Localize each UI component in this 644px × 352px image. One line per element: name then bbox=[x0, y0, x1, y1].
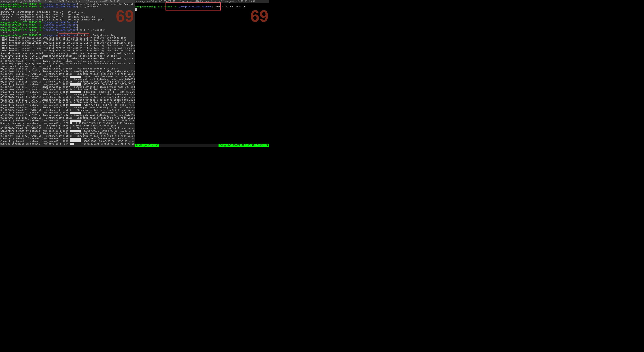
terminal-output-left[interactable]: wangguisen@zkgy-SYS-7048GR-TR:~/projects… bbox=[0, 3, 134, 145]
prompt-user: wangguisen@zkgy-SYS-7048GR-TR bbox=[135, 5, 176, 8]
status-right: "zkgy-SYS-7048GR-TR" 15:41 10-5月 -24 bbox=[218, 144, 269, 147]
status-host: "zkgy-SYS-7048GR-TR" bbox=[220, 144, 246, 146]
close-icon[interactable]: × bbox=[1, 0, 2, 2]
terminal-output-right[interactable]: wangguisen@zkgy-SYS-7048GR-TR:~/projects… bbox=[135, 3, 269, 13]
tab-bar-left: × wangguisen@zkgy-SYS-7048GR-TR: ~/proje… bbox=[0, 0, 134, 3]
status-time: 15:41 10-5月 -24 bbox=[248, 144, 268, 146]
terminal-pane-left[interactable]: × wangguisen@zkgy-SYS-7048GR-TR: ~/proje… bbox=[0, 0, 135, 147]
cursor bbox=[135, 8, 136, 11]
tab-title: wangguisen@zkgy-SYS-7048GR-TR: ~/project… bbox=[138, 0, 255, 2]
tab-bar-right: × wangguisen@zkgy-SYS-7048GR-TR: ~/proje… bbox=[135, 0, 269, 3]
tmux-status-bar: [multi_run0:bash* "zkgy-SYS-7048GR-TR" 1… bbox=[135, 144, 269, 147]
prompt-path: ~/projects/LLaMA-Factory bbox=[178, 5, 212, 8]
terminal-pane-right[interactable]: × wangguisen@zkgy-SYS-7048GR-TR: ~/proje… bbox=[135, 0, 269, 147]
close-icon[interactable]: × bbox=[136, 0, 137, 2]
command-text: ./dk/multi_run_demo.sh bbox=[214, 5, 246, 8]
tab-title: wangguisen@zkgy-SYS-7048GR-TR: ~/project… bbox=[3, 0, 120, 2]
status-left: [multi_run0:bash* bbox=[135, 144, 159, 147]
